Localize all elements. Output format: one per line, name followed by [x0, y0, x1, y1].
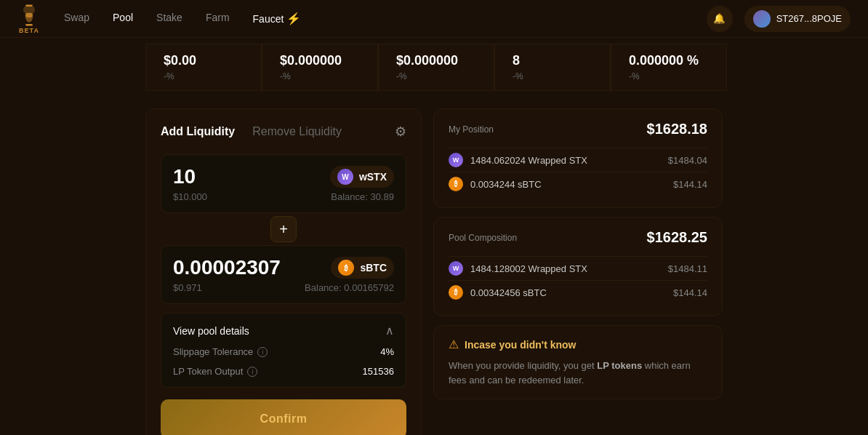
navbar: BETA Swap Pool Stake Farm Faucet ⚡ 🔔 ST2… — [0, 0, 868, 38]
lp-label: LP Token Output i — [173, 366, 257, 377]
my-position-total: $1628.18 — [647, 121, 707, 137]
token2-selector[interactable]: ₿ sBTC — [331, 257, 394, 279]
settings-button[interactable]: ⚙ — [395, 124, 406, 140]
token1-amount: 10 — [173, 165, 196, 188]
pool-comp-asset-name-1: 0.00342456 sBTC — [470, 287, 547, 298]
token1-selector[interactable]: W wSTX — [330, 166, 394, 188]
pool-composition-header: Pool Composition $1628.25 — [449, 229, 707, 246]
sbtc-icon: ₿ — [338, 260, 354, 276]
stat-sub-1: -% — [280, 71, 360, 81]
sbtc-icon-pos: ₿ — [449, 177, 463, 191]
token1-top: 10 W wSTX — [173, 165, 394, 188]
lp-row: LP Token Output i 151536 — [173, 366, 394, 377]
stat-item-4: 0.000000 % -% — [611, 44, 727, 91]
panel-tabs: Add Liquidity Remove Liquidity ⚙ — [161, 124, 406, 140]
token1-usd: $10.000 — [173, 191, 207, 202]
nav-links: Swap Pool Stake Farm Faucet ⚡ — [64, 12, 707, 25]
beta-label: BETA — [19, 27, 39, 34]
warning-icon: ⚠ — [449, 338, 459, 351]
my-position-title: My Position — [449, 124, 494, 135]
slippage-value: 4% — [380, 346, 394, 357]
confirm-button[interactable]: Confirm — [161, 399, 406, 435]
slippage-row: Slippage Tolerance i 4% — [173, 346, 394, 357]
token1-balance: Balance: 30.89 — [331, 191, 394, 202]
pool-details: View pool details ∧ Slippage Tolerance i… — [161, 313, 406, 388]
chevron-up-icon: ∧ — [385, 324, 394, 338]
pool-comp-asset-name-0: 1484.128002 Wrapped STX — [470, 263, 587, 274]
my-pos-asset-left-0: W 1484.062024 Wrapped STX — [449, 153, 587, 167]
stat-item-2: $0.000000 -% — [378, 44, 494, 91]
token2-balance: Balance: 0.00165792 — [305, 282, 394, 293]
token2-bottom: $0.971 Balance: 0.00165792 — [173, 282, 394, 293]
user-address: ST267...8POJE — [776, 13, 842, 24]
nav-faucet[interactable]: Faucet ⚡ — [253, 12, 302, 25]
pool-comp-asset-0: W 1484.128002 Wrapped STX $1484.11 — [449, 256, 707, 280]
sbtc-icon-comp: ₿ — [449, 285, 463, 300]
stats-bar: $0.00 -% $0.000000 -% $0.000000 -% 8 -% … — [0, 38, 868, 97]
stat-value-4: 0.000000 % — [629, 53, 709, 68]
plus-container: + — [161, 216, 406, 242]
nav-farm[interactable]: Farm — [206, 12, 230, 25]
stat-value-0: $0.00 — [164, 53, 244, 68]
my-pos-asset-name-1: 0.0034244 sBTC — [470, 179, 542, 190]
token2-top: 0.00002307 ₿ sBTC — [173, 256, 394, 279]
my-position-asset-0: W 1484.062024 Wrapped STX $1484.04 — [449, 148, 707, 172]
user-menu-button[interactable]: ST267...8POJE — [744, 6, 851, 32]
svg-rect-2 — [25, 24, 33, 25]
my-position-asset-1: ₿ 0.0034244 sBTC $144.14 — [449, 172, 707, 196]
nav-pool[interactable]: Pool — [113, 12, 133, 25]
nav-swap[interactable]: Swap — [64, 12, 89, 25]
info-box-header: ⚠ Incase you didn't know — [449, 338, 707, 351]
my-pos-asset-value-1: $144.14 — [673, 179, 707, 190]
slippage-label: Slippage Tolerance i — [173, 346, 268, 357]
pool-details-header[interactable]: View pool details ∧ — [173, 324, 394, 338]
faucet-icon: ⚡ — [286, 12, 301, 25]
info-box: ⚠ Incase you didn't know When you provid… — [433, 325, 723, 399]
pool-composition-card: Pool Composition $1628.25 W 1484.128002 … — [433, 217, 723, 316]
lp-value: 151536 — [363, 366, 394, 377]
tab-remove-liquidity[interactable]: Remove Liquidity — [252, 125, 342, 138]
pool-details-title: View pool details — [173, 325, 249, 337]
pool-composition-title: Pool Composition — [449, 233, 517, 243]
svg-rect-0 — [25, 4, 33, 6]
notifications-button[interactable]: 🔔 — [707, 6, 733, 32]
nav-stake[interactable]: Stake — [156, 12, 182, 25]
info-box-title: Incase you didn't know — [465, 339, 576, 351]
wstx-icon-pos: W — [449, 153, 463, 167]
user-avatar — [753, 10, 771, 28]
svg-point-1 — [25, 12, 33, 17]
stat-value-1: $0.000000 — [280, 53, 360, 68]
logo-icon — [17, 4, 41, 27]
lp-info-icon[interactable]: i — [247, 367, 257, 377]
stat-sub-4: -% — [629, 71, 709, 81]
nav-right: 🔔 ST267...8POJE — [707, 6, 851, 32]
stat-item-0: $0.00 -% — [145, 44, 262, 91]
stat-value-2: $0.000000 — [396, 53, 476, 68]
token1-box: 10 W wSTX $10.000 Balance: 30.89 — [161, 154, 406, 213]
stat-item-3: 8 -% — [494, 44, 611, 91]
my-pos-asset-value-0: $1484.04 — [668, 155, 707, 166]
token2-box: 0.00002307 ₿ sBTC $0.971 Balance: 0.0016… — [161, 245, 406, 304]
token1-bottom: $10.000 Balance: 30.89 — [173, 191, 394, 202]
right-panel: My Position $1628.18 W 1484.062024 Wrapp… — [433, 108, 723, 435]
tab-add-liquidity[interactable]: Add Liquidity — [161, 125, 235, 138]
my-position-card: My Position $1628.18 W 1484.062024 Wrapp… — [433, 108, 723, 208]
my-pos-asset-name-0: 1484.062024 Wrapped STX — [470, 155, 587, 166]
my-pos-asset-left-1: ₿ 0.0034244 sBTC — [449, 177, 542, 191]
token2-amount: 0.00002307 — [173, 256, 281, 279]
stat-item-1: $0.000000 -% — [262, 44, 378, 91]
token2-usd: $0.971 — [173, 282, 202, 293]
stat-sub-0: -% — [164, 71, 244, 81]
logo-area: BETA — [17, 4, 41, 34]
pool-comp-asset-left-1: ₿ 0.00342456 sBTC — [449, 285, 547, 300]
pool-composition-total: $1628.25 — [647, 229, 707, 246]
pool-comp-asset-value-1: $144.14 — [673, 287, 707, 298]
my-position-header: My Position $1628.18 — [449, 121, 707, 137]
plus-button[interactable]: + — [270, 216, 297, 242]
token1-symbol: wSTX — [359, 171, 387, 183]
stat-sub-3: -% — [513, 71, 592, 81]
pool-comp-asset-left-0: W 1484.128002 Wrapped STX — [449, 261, 587, 276]
wstx-icon-comp: W — [449, 261, 463, 276]
info-box-text: When you provide liquidity, you get LP t… — [449, 359, 707, 387]
slippage-info-icon[interactable]: i — [257, 347, 268, 357]
